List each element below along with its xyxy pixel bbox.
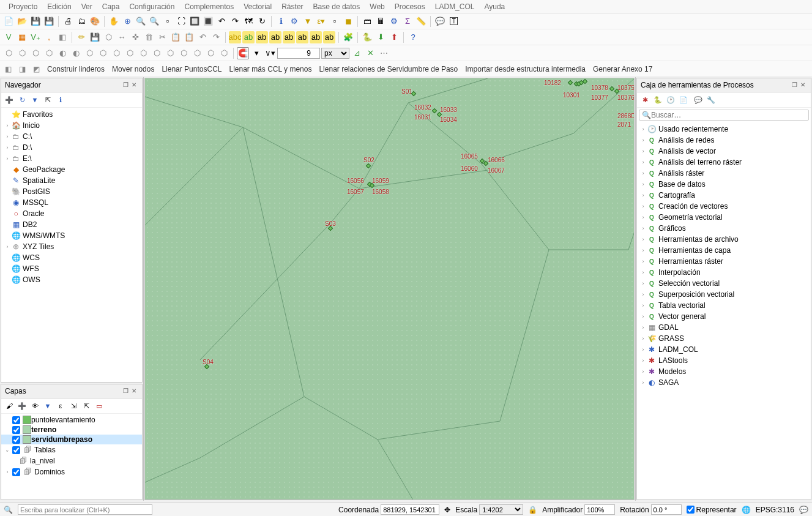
lock-scale-icon[interactable]: 🔒 xyxy=(528,506,537,514)
plugin-action[interactable]: Importar desde estructura intermedia xyxy=(465,65,586,73)
zoom-selection-icon[interactable]: 🔲 xyxy=(188,15,201,28)
proc-history-icon[interactable]: 🕑 xyxy=(665,94,676,105)
processing-item[interactable]: ›QSuperposición vectorial xyxy=(637,289,811,300)
label-show-icon[interactable]: ab xyxy=(296,31,308,43)
coord-input[interactable] xyxy=(381,504,439,515)
processing-item[interactable]: ›✱LAStools xyxy=(637,355,811,366)
save-as-icon[interactable]: 💾 xyxy=(43,15,55,28)
snap-type-icon[interactable]: ∨▾ xyxy=(264,47,276,59)
new-layout-icon[interactable]: 🗂 xyxy=(75,15,88,28)
menu-web[interactable]: Web xyxy=(365,1,389,13)
browser-tree[interactable]: ⭐Favoritos›🏠Inicio›🗀C:\›🗀D:\›🗀E:\◆GeoPac… xyxy=(1,108,142,382)
add-delimited-icon[interactable]: , xyxy=(43,31,55,43)
processing-tree[interactable]: ›🕑Usado recientemente›QAnálisis de redes… xyxy=(637,122,811,499)
browser-item[interactable]: ›⊕XYZ Tiles xyxy=(1,241,142,252)
dig-icon-8[interactable]: ⬡ xyxy=(97,47,109,59)
menu-ráster[interactable]: Ráster xyxy=(277,1,308,13)
processing-search[interactable]: 🔍 xyxy=(639,110,809,121)
layer-visibility-checkbox[interactable] xyxy=(12,436,20,444)
move-feature-icon[interactable]: ↔ xyxy=(116,31,128,43)
browser-item[interactable]: ○Oracle xyxy=(1,208,142,219)
label-icon[interactable]: abc xyxy=(229,31,241,43)
refresh-browser-icon[interactable]: ↻ xyxy=(17,94,28,105)
processing-item[interactable]: ›QCartografía xyxy=(637,190,811,201)
menu-capa[interactable]: Capa xyxy=(97,1,125,13)
layer-visibility-checkbox[interactable] xyxy=(12,426,20,434)
plugin-action[interactable]: Generar Anexo 17 xyxy=(593,65,652,73)
python-console-icon[interactable]: 🐍 xyxy=(361,31,373,43)
open-attr-table-icon[interactable]: 🗃 xyxy=(361,15,373,28)
menu-proyecto[interactable]: Proyecto xyxy=(4,1,42,13)
filter-browser-icon[interactable]: ▼ xyxy=(29,94,40,105)
osm-download-icon[interactable]: ⬇ xyxy=(374,31,387,43)
processing-item[interactable]: ›QVector general xyxy=(637,311,811,322)
processing-item[interactable]: ›QHerramientas de archivo xyxy=(637,234,811,245)
processing-item[interactable]: ›QGeometría vectorial xyxy=(637,212,811,223)
dig-icon-3[interactable]: ⬡ xyxy=(29,47,42,59)
collapse-all-icon[interactable]: ⇱ xyxy=(42,94,53,105)
label-rotate-icon[interactable]: ab xyxy=(323,31,335,43)
map-tips-icon[interactable]: 💬 xyxy=(434,15,446,28)
menu-ver[interactable]: Ver xyxy=(76,1,97,13)
toggle-editing-icon[interactable]: ✏ xyxy=(75,31,88,43)
select-all-icon[interactable]: ◼ xyxy=(342,15,354,28)
new-project-icon[interactable]: 📄 xyxy=(2,15,15,28)
menu-complementos[interactable]: Complementos xyxy=(179,1,239,13)
annotation-icon[interactable]: 🅃 xyxy=(447,15,460,28)
extents-icon[interactable]: ✥ xyxy=(444,506,450,514)
menu-ladm_col[interactable]: LADM_COL xyxy=(430,1,480,13)
paste-icon[interactable]: 📋 xyxy=(183,31,195,43)
redo-icon[interactable]: ↷ xyxy=(210,31,222,43)
snap-unit-select[interactable]: px xyxy=(321,48,349,59)
processing-item[interactable]: ›🌾GRASS xyxy=(637,333,811,344)
layer-visibility-icon[interactable]: 👁 xyxy=(29,400,40,411)
processing-item[interactable]: ›◐SAGA xyxy=(637,377,811,388)
proc-results-icon[interactable]: 💬 xyxy=(693,94,704,105)
proc-edit-icon[interactable]: 📄 xyxy=(678,94,689,105)
help-icon[interactable]: ? xyxy=(407,31,419,43)
crs-label[interactable]: EPSG:3116 xyxy=(756,506,794,514)
dig-icon-12[interactable]: ⬡ xyxy=(151,47,163,59)
map-canvas[interactable]: S0116032160331603116034S0216065160661606… xyxy=(144,78,635,500)
processing-item[interactable]: ›🕑Usado recientemente xyxy=(637,124,811,135)
processing-item[interactable]: ›QSelección vectorial xyxy=(637,278,811,289)
browser-item[interactable]: 🌐WCS xyxy=(1,252,142,263)
delete-selected-icon[interactable]: 🗑 xyxy=(143,31,155,43)
menu-edición[interactable]: Edición xyxy=(42,1,76,13)
new-shapefile-icon[interactable]: V₊ xyxy=(29,31,42,43)
processing-item[interactable]: ›QHerramientas ráster xyxy=(637,256,811,267)
scale-select[interactable]: 1:4202 xyxy=(479,504,523,515)
layer-item[interactable]: puntolevantamiento xyxy=(1,415,142,425)
dock-icon[interactable]: ❐ xyxy=(121,81,130,90)
menu-ayuda[interactable]: Ayuda xyxy=(479,1,510,13)
browser-item[interactable]: 🐘PostGIS xyxy=(1,186,142,197)
zoom-layer-icon[interactable]: 🔳 xyxy=(202,15,214,28)
menu-vectorial[interactable]: Vectorial xyxy=(239,1,277,13)
layer-remove-icon[interactable]: ▭ xyxy=(94,400,105,411)
processing-item[interactable]: ›QAnálisis ráster xyxy=(637,168,811,179)
layer-expr-icon[interactable]: ε xyxy=(55,400,66,411)
zoom-native-icon[interactable]: ▫ xyxy=(162,15,174,28)
deselect-icon[interactable]: ▫ xyxy=(329,15,341,28)
style-manager-icon[interactable]: 🎨 xyxy=(89,15,101,28)
add-raster-icon[interactable]: ▦ xyxy=(16,31,28,43)
browser-item[interactable]: 🌐OWS xyxy=(1,274,142,285)
processing-item[interactable]: ›✱LADM_COL xyxy=(637,344,811,355)
plugin-lead-icon-1[interactable]: ◧ xyxy=(5,65,12,73)
snap-tolerance-input[interactable] xyxy=(277,48,320,59)
layer-visibility-checkbox[interactable] xyxy=(12,468,20,476)
menu-configuración[interactable]: Configuración xyxy=(124,1,179,13)
topo-editing-icon[interactable]: ⊿ xyxy=(351,47,363,59)
dig-icon-15[interactable]: ⬡ xyxy=(191,47,203,59)
layer-item[interactable]: ⌄🗐Tablas xyxy=(1,444,142,455)
dig-icon-4[interactable]: ⬡ xyxy=(43,47,55,59)
plugin-lead-icon-2[interactable]: ◨ xyxy=(19,65,26,73)
action-icon[interactable]: ⚙ xyxy=(288,15,300,28)
pan-selection-icon[interactable]: ⊕ xyxy=(121,15,133,28)
zoom-next-icon[interactable]: ↷ xyxy=(229,15,241,28)
dock-icon[interactable]: ❐ xyxy=(121,387,130,396)
processing-item[interactable]: ›QAnálisis de vector xyxy=(637,146,811,157)
zoom-last-icon[interactable]: ↶ xyxy=(215,15,228,28)
add-vector-icon[interactable]: V xyxy=(2,31,15,43)
select-expr-icon[interactable]: ε▾ xyxy=(315,15,327,28)
